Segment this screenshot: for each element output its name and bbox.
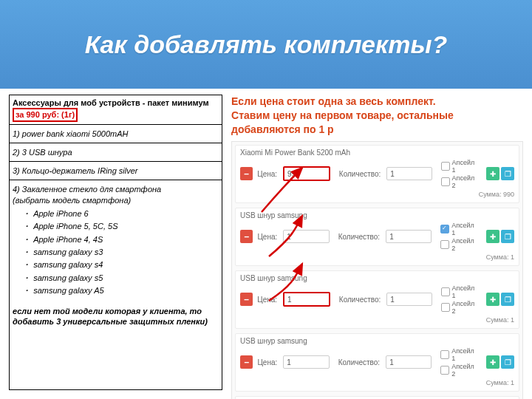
card-title: USB шнур samsung [240, 211, 514, 219]
doc-price-highlight: за 990 руб: (1г) [13, 108, 78, 121]
list-item: samsung galaxy s4 [33, 259, 219, 270]
right-panel: Если цена стоит одна за весь комплект. С… [231, 95, 523, 390]
upsell-1-checkbox[interactable]: Апсейл 1 [441, 159, 479, 174]
confirm-button[interactable]: ✚ [486, 167, 499, 180]
list-item: Apple iPhone 5, 5С, 5S [33, 221, 219, 231]
list-item: Apple iPhone 6 [33, 208, 219, 219]
copy-button[interactable]: ❐ [501, 167, 514, 180]
remove-button[interactable]: – [240, 167, 253, 180]
price-label: Цена: [257, 233, 277, 241]
card-title: USB шнур samsung [240, 274, 514, 282]
page-title: Как добавлять комплекты? [85, 30, 448, 59]
caption-line: Ставим цену на первом товаре, остальные … [231, 109, 523, 137]
copy-button[interactable]: ❐ [501, 355, 514, 369]
qty-label: Количество: [338, 233, 380, 241]
qty-input[interactable]: 1 [386, 230, 432, 243]
qty-label: Количество: [339, 296, 381, 304]
upsell-group: Апсейл 1Апсейл 2 [440, 347, 479, 378]
card-title: USB шнур samsung [240, 337, 514, 345]
doc-row: 3) Кольцо-держатель IRing silver [10, 162, 222, 180]
doc-row4-sub: (выбрать модель смартфона) [13, 195, 219, 205]
confirm-button[interactable]: ✚ [486, 293, 499, 306]
price-input[interactable]: 990 [283, 166, 330, 181]
order-item-card: USB шнур samsung–Цена:1Количество:1Апсей… [235, 333, 519, 392]
confirm-button[interactable]: ✚ [486, 355, 499, 369]
list-item: Apple iPhone 4, 4S [33, 234, 219, 245]
copy-button[interactable]: ❐ [501, 230, 514, 243]
doc-header-text: Аксессуары для моб устройств - пакет мин… [13, 98, 209, 107]
upsell-2-checkbox[interactable]: Апсейл 2 [440, 237, 479, 252]
card-sum: Сумма: 1 [240, 253, 514, 261]
doc-note: если нет той модели которая у клиента, т… [10, 302, 222, 331]
doc-price-text: за 990 руб: (1г) [16, 110, 75, 119]
caption-line: Если цена стоит одна за весь комплект. [231, 95, 523, 109]
qty-label: Количество: [338, 358, 380, 366]
price-input[interactable]: 1 [283, 355, 329, 369]
upsell-2-checkbox[interactable]: Апсейл 2 [440, 363, 479, 378]
doc-row4-title: 4) Закаленное стекло для смартфона [13, 184, 219, 194]
price-input[interactable]: 1 [283, 292, 330, 307]
order-item-card: Xiaomi Mi Power Bank 5200 mAh–Цена:990Ко… [235, 145, 519, 203]
source-document: Аксессуары для моб устройств - пакет мин… [9, 95, 222, 390]
card-title: Xiaomi Mi Power Bank 5200 mAh [240, 149, 514, 157]
price-input[interactable]: 1 [283, 230, 329, 243]
doc-header: Аксессуары для моб устройств - пакет мин… [10, 95, 222, 125]
card-sum: Сумма: 1 [240, 379, 514, 386]
remove-button[interactable]: – [240, 355, 253, 369]
upsell-1-checkbox[interactable]: Апсейл 1 [440, 347, 479, 362]
card-sum: Сумма: 990 [240, 191, 514, 198]
remove-button[interactable]: – [240, 293, 253, 306]
price-label: Цена: [257, 296, 277, 304]
list-item: samsung galaxy s5 [33, 273, 219, 283]
content-row: Аксессуары для моб устройств - пакет мин… [0, 89, 532, 396]
card-sum: Сумма: 1 [240, 316, 514, 324]
upsell-2-checkbox[interactable]: Апсейл 2 [441, 174, 479, 189]
qty-input[interactable]: 1 [386, 355, 432, 369]
copy-button[interactable]: ❐ [501, 293, 514, 306]
order-item-card: USB шнур samsung–Цена:1Количество:1Апсей… [235, 270, 519, 329]
list-item: samsung galaxy s3 [33, 247, 219, 257]
doc-row: 2) 3 USB шнура [10, 143, 222, 162]
upsell-group: Апсейл 1Апсейл 2 [441, 284, 479, 315]
price-label: Цена: [257, 170, 277, 178]
confirm-button[interactable]: ✚ [486, 230, 499, 243]
qty-input[interactable]: 1 [386, 167, 432, 180]
upsell-group: Апсейл 1Апсейл 2 [440, 222, 479, 252]
doc-row-4: 4) Закаленное стекло для смартфона (выбр… [10, 180, 222, 302]
doc-row4-list: Apple iPhone 6 Apple iPhone 5, 5С, 5S Ap… [33, 208, 219, 296]
qty-input[interactable]: 1 [386, 293, 432, 306]
upsell-group: Апсейл 1Апсейл 2 [441, 159, 479, 189]
caption: Если цена стоит одна за весь комплект. С… [231, 95, 523, 137]
doc-row: 1) power bank xiaomi 5000mAH [10, 125, 222, 143]
title-banner: Как добавлять комплекты? [0, 0, 532, 89]
upsell-1-checkbox[interactable]: Апсейл 1 [440, 222, 479, 236]
order-items-panel: Xiaomi Mi Power Bank 5200 mAh–Цена:990Ко… [231, 141, 523, 399]
qty-label: Количество: [339, 170, 381, 178]
price-label: Цена: [257, 358, 277, 366]
upsell-2-checkbox[interactable]: Апсейл 2 [441, 300, 479, 315]
order-item-card: USB шнур samsung–Цена:1Количество:1Апсей… [235, 208, 519, 266]
upsell-1-checkbox[interactable]: Апсейл 1 [441, 284, 479, 299]
remove-button[interactable]: – [240, 230, 253, 243]
order-item-card: Кольцо-держатель IRing silver–Цена:1Коли… [235, 396, 519, 399]
list-item: samsung galaxy A5 [33, 285, 219, 296]
